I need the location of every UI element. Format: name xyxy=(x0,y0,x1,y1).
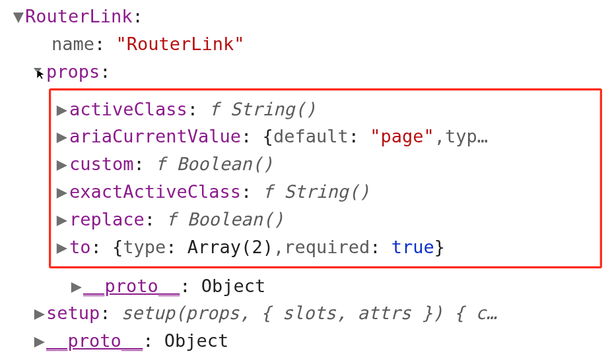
expand-toggle-icon[interactable]: ▶ xyxy=(55,178,69,206)
function-f-icon: f xyxy=(209,96,219,123)
expand-toggle-icon[interactable]: ▶ xyxy=(55,150,69,178)
object-value: Array(2) xyxy=(187,233,273,261)
tree-node-ariacurrentvalue[interactable]: ▶ ariaCurrentValue : { default : "page" … xyxy=(55,123,596,150)
tree-node-activeclass[interactable]: ▶ activeClass : f String() xyxy=(55,96,596,123)
ellipsis: … xyxy=(477,123,488,150)
property-key: props xyxy=(46,58,100,86)
tree-node-routerlink[interactable]: ▼ RouterLink : xyxy=(12,3,610,30)
property-key: custom xyxy=(69,150,134,178)
property-key: ariaCurrentValue xyxy=(69,123,241,150)
boolean-value: true xyxy=(391,233,434,261)
expand-toggle-icon[interactable]: ▶ xyxy=(33,299,46,327)
function-signature: Boolean() xyxy=(187,206,284,233)
function-signature: Boolean() xyxy=(177,150,273,178)
tree-node-exactactiveclass[interactable]: ▶ exactActiveClass : f String() xyxy=(55,178,596,206)
property-key: __proto__ xyxy=(83,272,180,300)
expand-toggle-icon[interactable]: ▶ xyxy=(55,96,69,123)
function-signature: String() xyxy=(284,178,370,206)
property-key: to xyxy=(69,233,91,261)
object-key: default xyxy=(273,123,349,150)
object-key: required xyxy=(284,233,370,261)
colon: : xyxy=(100,58,110,86)
expand-toggle-icon[interactable]: ▶ xyxy=(55,123,69,150)
property-key: replace xyxy=(69,206,145,233)
function-f-icon: f xyxy=(155,150,166,178)
tree-node-custom[interactable]: ▶ custom : f Boolean() xyxy=(55,150,596,178)
cursor-icon xyxy=(33,60,46,88)
object-tree: ▼ RouterLink : name : "RouterLink" props… xyxy=(0,0,610,355)
object-value: Object xyxy=(164,327,229,355)
tree-node-name[interactable]: name : "RouterLink" xyxy=(12,30,610,58)
expand-toggle-icon[interactable]: ▶ xyxy=(55,233,69,261)
property-key: exactActiveClass xyxy=(69,178,241,206)
expand-toggle-icon[interactable]: ▶ xyxy=(70,272,83,300)
property-key: activeClass xyxy=(69,96,187,123)
object-key: typ xyxy=(445,123,477,150)
function-f-icon: f xyxy=(166,206,176,233)
highlighted-props-box: ▶ activeClass : f String() ▶ ariaCurrent… xyxy=(49,88,602,268)
ellipsis: … xyxy=(486,299,496,327)
tree-node-proto[interactable]: ▶ __proto__ : Object xyxy=(12,327,610,355)
function-f-icon: f xyxy=(263,178,273,206)
object-key: type xyxy=(123,233,166,261)
tree-node-to[interactable]: ▶ to : { type : Array(2) , required : tr… xyxy=(55,233,596,261)
tree-node-props-proto[interactable]: ▶ __proto__ : Object xyxy=(12,272,610,300)
colon: : xyxy=(94,30,116,58)
expand-toggle-icon[interactable]: ▼ xyxy=(12,3,25,30)
tree-node-setup[interactable]: ▶ setup : setup(props, { slots, attrs })… xyxy=(12,299,610,327)
expand-toggle-icon[interactable]: ▶ xyxy=(33,327,46,355)
property-key: RouterLink xyxy=(25,3,133,30)
property-key: __proto__ xyxy=(46,327,143,355)
function-signature: setup(props, { slots, attrs }) { c xyxy=(121,299,487,327)
colon: : xyxy=(133,3,143,30)
property-key: name xyxy=(51,30,94,58)
string-value: "page" xyxy=(370,123,434,150)
object-value: Object xyxy=(201,272,266,300)
function-signature: String() xyxy=(230,96,316,123)
property-key: setup xyxy=(46,299,100,327)
svg-marker-1 xyxy=(37,70,44,79)
tree-node-props[interactable]: props : xyxy=(12,58,610,86)
expand-toggle-icon[interactable]: ▶ xyxy=(55,206,69,233)
string-value: "RouterLink" xyxy=(116,30,245,58)
tree-node-replace[interactable]: ▶ replace : f Boolean() xyxy=(55,206,596,233)
